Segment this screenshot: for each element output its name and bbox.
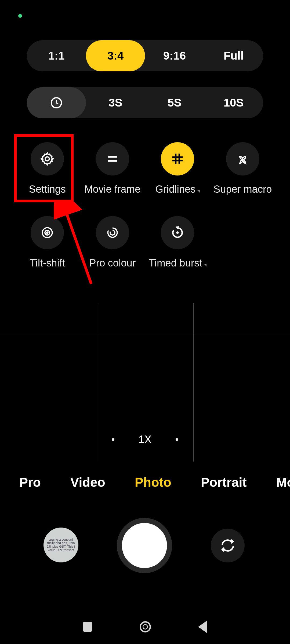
nav-home-button[interactable] [140,621,151,632]
option-timed-burst[interactable]: Timed burst [146,216,209,269]
option-tilt-shift[interactable]: Tilt-shift [16,216,79,269]
timer-5s[interactable]: 5S [145,87,204,118]
mode-video[interactable]: Video [70,475,105,490]
svg-point-6 [47,232,48,233]
timer-selector: 3S 5S 10S [27,87,263,118]
mode-more[interactable]: More [276,475,290,490]
option-movie-frame-label: Movie frame [84,184,140,195]
zoom-current-label: 1X [139,433,152,445]
dropdown-indicator-icon [197,190,200,193]
timer-3s[interactable]: 3S [86,87,145,118]
switch-camera-button[interactable] [211,529,245,562]
svg-point-7 [176,231,179,234]
tilt-shift-circle [31,216,64,249]
option-super-macro[interactable]: Super macro [212,142,274,195]
camera-options-grid: Settings Movie frame Gridlines [16,142,274,269]
zoom-indicator[interactable]: 1X [0,433,290,445]
gallery-preview-text: arging a conveni tricity and gas, usin 1… [45,538,77,552]
mode-photo[interactable]: Photo [135,475,171,490]
gear-icon [40,151,55,166]
aspect-ratio-9-16[interactable]: 9:16 [145,40,204,71]
timed-burst-circle [161,216,194,249]
mode-portrait[interactable]: Portrait [201,475,247,490]
option-tilt-shift-label: Tilt-shift [30,257,65,269]
gridlines-circle [161,142,194,175]
option-pro-colour[interactable]: Pro colour [81,216,144,269]
aspect-ratio-selector: 1:1 3:4 9:16 Full [27,40,263,71]
timer-arc-icon [171,226,184,240]
spiral-icon [106,226,119,240]
option-settings[interactable]: Settings [16,142,79,195]
camera-active-indicator [18,14,22,18]
rectangle-icon [106,152,119,166]
aspect-ratio-3-4[interactable]: 3:4 [86,40,145,71]
zoom-level-dot [112,438,114,441]
pro-colour-circle [96,216,129,249]
shutter-button[interactable] [117,518,172,573]
option-settings-label: Settings [29,184,66,195]
shutter-inner [122,523,167,568]
option-timed-burst-label: Timed burst [149,257,206,269]
android-nav-bar [0,620,290,633]
option-movie-frame[interactable]: Movie frame [81,142,144,195]
settings-circle [31,142,64,175]
gallery-thumbnail[interactable]: arging a conveni tricity and gas, usin 1… [44,528,78,562]
zoom-level-dot [176,438,178,441]
timer-10s[interactable]: 10S [204,87,263,118]
aspect-ratio-full[interactable]: Full [204,40,263,71]
nav-recent-button[interactable] [83,622,92,632]
option-gridlines[interactable]: Gridlines [146,142,209,195]
aspect-ratio-1-1[interactable]: 1:1 [27,40,86,71]
camera-mode-strip[interactable]: Pro Video Photo Portrait More [0,475,290,490]
target-icon [40,226,54,240]
option-pro-colour-label: Pro colour [89,257,136,269]
super-macro-circle [226,142,259,175]
option-super-macro-label: Super macro [213,184,272,195]
mode-pro[interactable]: Pro [19,475,41,490]
clock-icon [50,96,63,109]
option-gridlines-label: Gridlines [155,184,200,195]
grid-icon [171,152,184,166]
svg-rect-3 [108,158,117,160]
dropdown-indicator-icon [204,264,206,266]
nav-back-button[interactable] [198,620,207,633]
switch-camera-icon [220,537,236,554]
movie-frame-circle [96,142,129,175]
flower-icon [236,152,250,166]
svg-point-1 [45,157,49,161]
timer-off-button[interactable] [27,87,86,118]
